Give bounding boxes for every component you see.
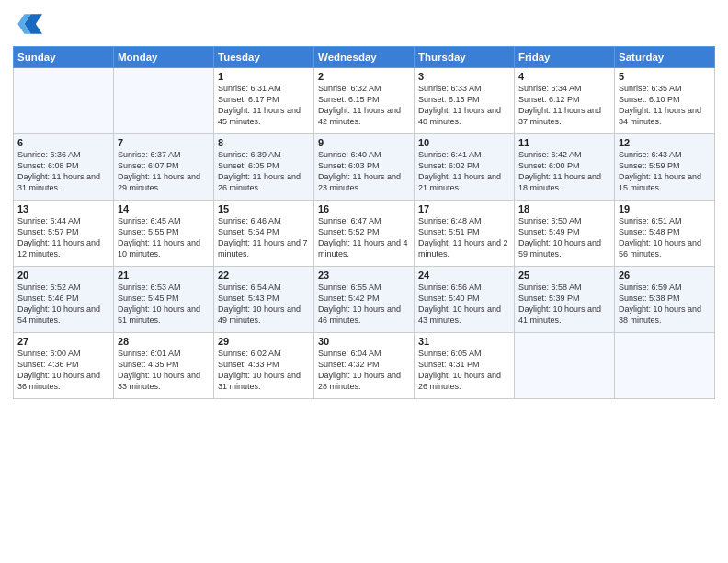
day-number: 22 — [218, 270, 310, 281]
calendar-cell: 17Sunrise: 6:48 AM Sunset: 5:51 PM Dayli… — [415, 201, 515, 267]
day-info: Sunrise: 6:39 AM Sunset: 6:05 PM Dayligh… — [218, 149, 310, 194]
day-info: Sunrise: 6:48 AM Sunset: 5:51 PM Dayligh… — [418, 215, 510, 260]
day-info: Sunrise: 6:46 AM Sunset: 5:54 PM Dayligh… — [218, 215, 310, 260]
day-number: 28 — [118, 336, 210, 347]
day-number: 8 — [218, 137, 310, 148]
day-info: Sunrise: 6:36 AM Sunset: 6:08 PM Dayligh… — [17, 149, 109, 194]
calendar-cell: 13Sunrise: 6:44 AM Sunset: 5:57 PM Dayli… — [14, 201, 114, 267]
day-info: Sunrise: 6:52 AM Sunset: 5:46 PM Dayligh… — [17, 282, 109, 327]
calendar-week-row: 1Sunrise: 6:31 AM Sunset: 6:17 PM Daylig… — [14, 68, 715, 134]
calendar-cell: 31Sunrise: 6:05 AM Sunset: 4:31 PM Dayli… — [415, 333, 515, 399]
weekday-header: Thursday — [415, 47, 515, 68]
day-number: 5 — [619, 71, 711, 82]
logo — [13, 9, 46, 39]
day-number: 16 — [318, 203, 410, 214]
calendar-week-row: 20Sunrise: 6:52 AM Sunset: 5:46 PM Dayli… — [14, 267, 715, 333]
day-number: 29 — [218, 336, 310, 347]
calendar-cell: 12Sunrise: 6:43 AM Sunset: 5:59 PM Dayli… — [615, 134, 715, 201]
calendar-cell: 3Sunrise: 6:33 AM Sunset: 6:13 PM Daylig… — [415, 68, 515, 134]
day-info: Sunrise: 6:37 AM Sunset: 6:07 PM Dayligh… — [118, 149, 210, 194]
day-number: 9 — [318, 137, 410, 148]
calendar-cell: 6Sunrise: 6:36 AM Sunset: 6:08 PM Daylig… — [14, 134, 114, 201]
weekday-header: Tuesday — [214, 47, 314, 68]
calendar-cell: 27Sunrise: 6:00 AM Sunset: 4:36 PM Dayli… — [14, 333, 114, 399]
calendar-cell — [515, 333, 615, 399]
day-number: 10 — [418, 137, 510, 148]
day-info: Sunrise: 6:05 AM Sunset: 4:31 PM Dayligh… — [418, 348, 510, 393]
day-number: 21 — [118, 270, 210, 281]
day-info: Sunrise: 6:42 AM Sunset: 6:00 PM Dayligh… — [518, 149, 610, 194]
day-number: 25 — [518, 270, 610, 281]
calendar-cell: 30Sunrise: 6:04 AM Sunset: 4:32 PM Dayli… — [314, 333, 415, 399]
day-number: 31 — [418, 336, 510, 347]
calendar-cell: 28Sunrise: 6:01 AM Sunset: 4:35 PM Dayli… — [114, 333, 214, 399]
header-row: SundayMondayTuesdayWednesdayThursdayFrid… — [14, 47, 715, 68]
day-info: Sunrise: 6:55 AM Sunset: 5:42 PM Dayligh… — [318, 282, 410, 327]
day-info: Sunrise: 6:02 AM Sunset: 4:33 PM Dayligh… — [218, 348, 310, 393]
day-info: Sunrise: 6:51 AM Sunset: 5:48 PM Dayligh… — [619, 215, 711, 260]
day-info: Sunrise: 6:41 AM Sunset: 6:02 PM Dayligh… — [418, 149, 510, 194]
day-info: Sunrise: 6:56 AM Sunset: 5:40 PM Dayligh… — [418, 282, 510, 327]
day-number: 17 — [418, 203, 510, 214]
day-number: 12 — [619, 137, 711, 148]
calendar-cell — [114, 68, 214, 134]
calendar-cell: 14Sunrise: 6:45 AM Sunset: 5:55 PM Dayli… — [114, 201, 214, 267]
day-number: 3 — [418, 71, 510, 82]
calendar-table: SundayMondayTuesdayWednesdayThursdayFrid… — [13, 46, 715, 399]
day-info: Sunrise: 6:00 AM Sunset: 4:36 PM Dayligh… — [17, 348, 109, 393]
calendar-cell: 4Sunrise: 6:34 AM Sunset: 6:12 PM Daylig… — [515, 68, 615, 134]
day-number: 27 — [17, 336, 109, 347]
calendar-cell: 16Sunrise: 6:47 AM Sunset: 5:52 PM Dayli… — [314, 201, 415, 267]
calendar-cell: 8Sunrise: 6:39 AM Sunset: 6:05 PM Daylig… — [214, 134, 314, 201]
day-info: Sunrise: 6:33 AM Sunset: 6:13 PM Dayligh… — [418, 83, 510, 128]
logo-icon — [13, 9, 42, 39]
calendar-cell: 18Sunrise: 6:50 AM Sunset: 5:49 PM Dayli… — [515, 201, 615, 267]
day-info: Sunrise: 6:43 AM Sunset: 5:59 PM Dayligh… — [619, 149, 711, 194]
day-info: Sunrise: 6:31 AM Sunset: 6:17 PM Dayligh… — [218, 83, 310, 128]
day-info: Sunrise: 6:45 AM Sunset: 5:55 PM Dayligh… — [118, 215, 210, 260]
calendar-cell: 15Sunrise: 6:46 AM Sunset: 5:54 PM Dayli… — [214, 201, 314, 267]
day-number: 23 — [318, 270, 410, 281]
calendar-cell: 29Sunrise: 6:02 AM Sunset: 4:33 PM Dayli… — [214, 333, 314, 399]
day-number: 18 — [518, 203, 610, 214]
day-info: Sunrise: 6:54 AM Sunset: 5:43 PM Dayligh… — [218, 282, 310, 327]
calendar-week-row: 6Sunrise: 6:36 AM Sunset: 6:08 PM Daylig… — [14, 134, 715, 201]
calendar-cell: 22Sunrise: 6:54 AM Sunset: 5:43 PM Dayli… — [214, 267, 314, 333]
calendar-cell: 24Sunrise: 6:56 AM Sunset: 5:40 PM Dayli… — [415, 267, 515, 333]
weekday-header: Sunday — [14, 47, 114, 68]
day-number: 1 — [218, 71, 310, 82]
calendar-cell: 2Sunrise: 6:32 AM Sunset: 6:15 PM Daylig… — [314, 68, 415, 134]
calendar-cell: 25Sunrise: 6:58 AM Sunset: 5:39 PM Dayli… — [515, 267, 615, 333]
day-info: Sunrise: 6:04 AM Sunset: 4:32 PM Dayligh… — [318, 348, 410, 393]
day-number: 7 — [118, 137, 210, 148]
page: SundayMondayTuesdayWednesdayThursdayFrid… — [0, 0, 728, 563]
day-info: Sunrise: 6:34 AM Sunset: 6:12 PM Dayligh… — [518, 83, 610, 128]
calendar-cell: 7Sunrise: 6:37 AM Sunset: 6:07 PM Daylig… — [114, 134, 214, 201]
weekday-header: Friday — [515, 47, 615, 68]
header — [13, 9, 715, 39]
calendar-cell: 9Sunrise: 6:40 AM Sunset: 6:03 PM Daylig… — [314, 134, 415, 201]
calendar-cell: 20Sunrise: 6:52 AM Sunset: 5:46 PM Dayli… — [14, 267, 114, 333]
day-number: 19 — [619, 203, 711, 214]
calendar-cell: 21Sunrise: 6:53 AM Sunset: 5:45 PM Dayli… — [114, 267, 214, 333]
day-number: 4 — [518, 71, 610, 82]
day-info: Sunrise: 6:59 AM Sunset: 5:38 PM Dayligh… — [619, 282, 711, 327]
calendar-cell: 26Sunrise: 6:59 AM Sunset: 5:38 PM Dayli… — [615, 267, 715, 333]
calendar-cell: 10Sunrise: 6:41 AM Sunset: 6:02 PM Dayli… — [415, 134, 515, 201]
calendar-cell — [615, 333, 715, 399]
day-info: Sunrise: 6:32 AM Sunset: 6:15 PM Dayligh… — [318, 83, 410, 128]
day-number: 24 — [418, 270, 510, 281]
calendar-cell: 11Sunrise: 6:42 AM Sunset: 6:00 PM Dayli… — [515, 134, 615, 201]
calendar-cell: 23Sunrise: 6:55 AM Sunset: 5:42 PM Dayli… — [314, 267, 415, 333]
day-number: 30 — [318, 336, 410, 347]
calendar-cell: 19Sunrise: 6:51 AM Sunset: 5:48 PM Dayli… — [615, 201, 715, 267]
calendar-week-row: 27Sunrise: 6:00 AM Sunset: 4:36 PM Dayli… — [14, 333, 715, 399]
day-info: Sunrise: 6:47 AM Sunset: 5:52 PM Dayligh… — [318, 215, 410, 260]
calendar-cell: 5Sunrise: 6:35 AM Sunset: 6:10 PM Daylig… — [615, 68, 715, 134]
calendar-week-row: 13Sunrise: 6:44 AM Sunset: 5:57 PM Dayli… — [14, 201, 715, 267]
day-info: Sunrise: 6:40 AM Sunset: 6:03 PM Dayligh… — [318, 149, 410, 194]
day-info: Sunrise: 6:01 AM Sunset: 4:35 PM Dayligh… — [118, 348, 210, 393]
day-info: Sunrise: 6:58 AM Sunset: 5:39 PM Dayligh… — [518, 282, 610, 327]
day-info: Sunrise: 6:44 AM Sunset: 5:57 PM Dayligh… — [17, 215, 109, 260]
day-number: 6 — [17, 137, 109, 148]
